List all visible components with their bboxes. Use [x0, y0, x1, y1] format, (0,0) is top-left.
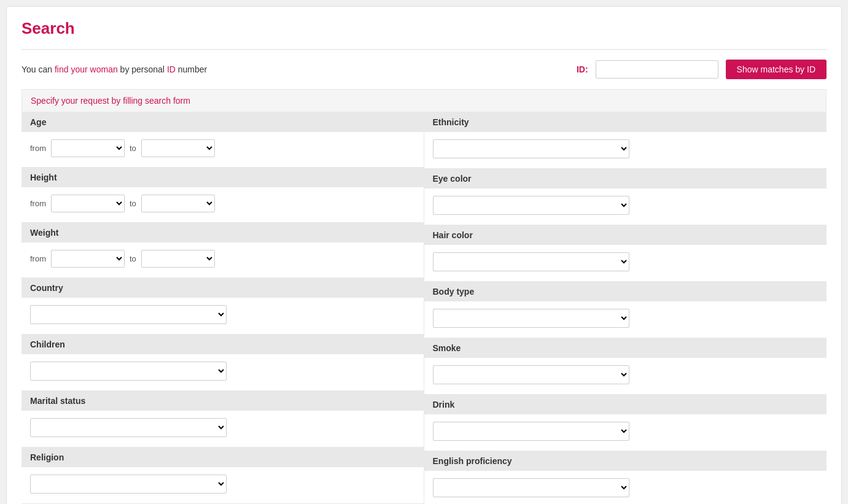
country-header: Country [21, 278, 424, 298]
specify-text: Specify your request by filling search f… [21, 89, 827, 112]
weight-section: Weight from to [21, 223, 424, 278]
children-select[interactable] [30, 362, 227, 381]
hair-color-section: Hair color [424, 225, 827, 282]
height-section: Height from to [21, 168, 424, 223]
age-body: from to [21, 132, 424, 167]
height-range-row: from to [30, 195, 415, 212]
eye-color-select[interactable] [433, 196, 629, 215]
children-header: Children [21, 335, 424, 354]
eye-color-body [424, 188, 827, 225]
drink-select[interactable] [433, 422, 629, 441]
smoke-header: Smoke [424, 338, 827, 358]
ethnicity-section: Ethnicity [424, 112, 827, 169]
intro-id: ID [167, 64, 176, 74]
hair-color-select[interactable] [433, 252, 629, 271]
height-body: from to [21, 187, 424, 222]
intro-text: You can find your woman by personal ID n… [21, 64, 569, 74]
age-from-label: from [30, 144, 46, 153]
intro-highlight: find your woman [55, 64, 118, 74]
religion-section: Religion [21, 448, 424, 504]
show-matches-button[interactable]: Show matches by ID [726, 60, 827, 79]
id-label: ID: [577, 64, 588, 74]
ethnicity-body [424, 132, 827, 168]
eye-color-section: Eye color [424, 169, 827, 225]
country-section: Country [21, 278, 424, 335]
weight-range-row: from to [30, 250, 415, 268]
age-section: Age from to [21, 112, 424, 168]
page-container: Search You can find your woman by person… [6, 6, 842, 504]
form-grid: Age from to Height from [21, 112, 827, 504]
divider [21, 49, 827, 50]
age-from-select[interactable] [51, 139, 125, 157]
marital-status-body [21, 411, 424, 447]
right-column: Ethnicity Eye color Hair color [424, 112, 827, 504]
hair-color-body [424, 245, 827, 281]
id-search-row: You can find your woman by personal ID n… [21, 60, 827, 79]
weight-from-label: from [30, 254, 46, 263]
left-column: Age from to Height from [21, 112, 424, 504]
religion-select[interactable] [30, 475, 227, 494]
weight-from-select[interactable] [51, 250, 125, 268]
marital-status-select[interactable] [30, 418, 227, 437]
drink-body [424, 414, 827, 451]
age-to-label: to [130, 144, 136, 153]
age-range-row: from to [30, 139, 415, 157]
children-section: Children [21, 335, 424, 391]
page-title: Search [21, 19, 827, 38]
height-header: Height [21, 168, 424, 187]
english-proficiency-select[interactable] [433, 478, 629, 497]
drink-section: Drink [424, 395, 827, 451]
hair-color-header: Hair color [424, 225, 827, 245]
body-type-body [424, 301, 827, 338]
country-body [21, 298, 424, 334]
height-to-label: to [130, 199, 136, 208]
ethnicity-select[interactable] [433, 139, 629, 158]
smoke-select[interactable] [433, 365, 629, 384]
height-from-select[interactable] [51, 195, 125, 212]
eye-color-header: Eye color [424, 169, 827, 188]
religion-header: Religion [21, 448, 424, 467]
religion-body [21, 467, 424, 503]
body-type-section: Body type [424, 282, 827, 338]
english-proficiency-body [424, 471, 827, 504]
age-to-select[interactable] [141, 139, 215, 157]
weight-body: from to [21, 242, 424, 277]
height-from-label: from [30, 199, 46, 208]
weight-header: Weight [21, 223, 424, 242]
body-type-select[interactable] [433, 309, 629, 328]
age-header: Age [21, 112, 424, 132]
weight-to-label: to [130, 254, 136, 263]
weight-to-select[interactable] [141, 250, 215, 268]
smoke-body [424, 358, 827, 394]
id-input[interactable] [596, 60, 718, 79]
smoke-section: Smoke [424, 338, 827, 395]
marital-status-header: Marital status [21, 391, 424, 411]
body-type-header: Body type [424, 282, 827, 301]
height-to-select[interactable] [141, 195, 215, 212]
ethnicity-header: Ethnicity [424, 112, 827, 132]
english-proficiency-header: English proficiency [424, 451, 827, 471]
marital-status-section: Marital status [21, 391, 424, 448]
english-proficiency-section: English proficiency [424, 451, 827, 504]
country-select[interactable] [30, 305, 227, 324]
drink-header: Drink [424, 395, 827, 414]
children-body [21, 354, 424, 390]
